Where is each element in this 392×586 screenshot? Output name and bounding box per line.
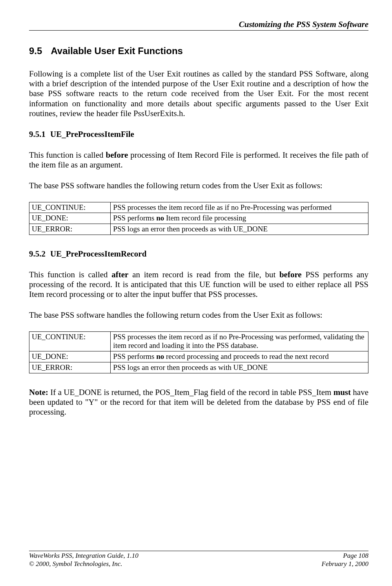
desc-cell: PSS performs no record processing and pr… — [111, 351, 368, 362]
code-cell: UE_CONTINUE: — [29, 331, 111, 351]
header-rule — [29, 30, 368, 31]
desc-cell: PSS processes the item record file as if… — [111, 202, 368, 213]
table-row: UE_DONE: PSS performs no Item record fil… — [29, 213, 368, 224]
section-title: Available User Exit Functions — [51, 45, 183, 56]
sub2-para2: The base PSS software handles the follow… — [29, 310, 368, 320]
footer-page-number: Page 108 — [343, 552, 368, 560]
table-row: UE_CONTINUE: PSS processes the item reco… — [29, 331, 368, 351]
desc-cell: PSS logs an error then proceeds as with … — [111, 224, 368, 235]
section-number: 9.5 — [29, 45, 42, 56]
table-row: UE_ERROR: PSS logs an error then proceed… — [29, 224, 368, 235]
code-cell: UE_ERROR: — [29, 362, 111, 373]
subsection-title: UE_PreProcessItemFile — [50, 129, 134, 139]
footer-guide-title: WaveWorks PSS, Integration Guide, 1.10 — [29, 552, 139, 560]
footer-rule — [29, 551, 368, 551]
desc-cell: PSS processes the item record as if no P… — [111, 331, 368, 351]
code-cell: UE_DONE: — [29, 213, 111, 224]
section-heading: 9.5Available User Exit Functions — [29, 45, 368, 56]
page-footer: WaveWorks PSS, Integration Guide, 1.10 P… — [29, 551, 368, 568]
sub2-para1: This function is called after an item re… — [29, 270, 368, 300]
page-header: Customizing the PSS System Software — [29, 20, 368, 29]
subsection-title: UE_PreProcessItemRecord — [50, 249, 146, 258]
table-row: UE_CONTINUE: PSS processes the item reco… — [29, 202, 368, 213]
code-cell: UE_DONE: — [29, 351, 111, 362]
table-row: UE_ERROR: PSS logs an error then proceed… — [29, 362, 368, 373]
footer-copyright: © 2000, Symbol Technologies, Inc. — [29, 560, 122, 568]
subsection-number: 9.5.1 — [29, 129, 46, 139]
return-codes-table-2: UE_CONTINUE: PSS processes the item reco… — [29, 331, 368, 373]
desc-cell: PSS performs no Item record file process… — [111, 213, 368, 224]
sub1-para2: The base PSS software handles the follow… — [29, 181, 368, 191]
code-cell: UE_CONTINUE: — [29, 202, 111, 213]
section-intro: Following is a complete list of the User… — [29, 69, 368, 118]
desc-cell: PSS logs an error then proceeds as with … — [111, 362, 368, 373]
subsection-heading: 9.5.2UE_PreProcessItemRecord — [29, 249, 368, 259]
subsection-number: 9.5.2 — [29, 249, 46, 259]
table-row: UE_DONE: PSS performs no record processi… — [29, 351, 368, 362]
sub2-note: Note: If a UE_DONE is returned, the POS_… — [29, 388, 368, 417]
subsection-heading: 9.5.1UE_PreProcessItemFile — [29, 129, 368, 139]
return-codes-table-1: UE_CONTINUE: PSS processes the item reco… — [29, 202, 368, 235]
code-cell: UE_ERROR: — [29, 224, 111, 235]
sub1-para1: This function is called before processin… — [29, 150, 368, 170]
footer-date: February 1, 2000 — [322, 560, 368, 568]
